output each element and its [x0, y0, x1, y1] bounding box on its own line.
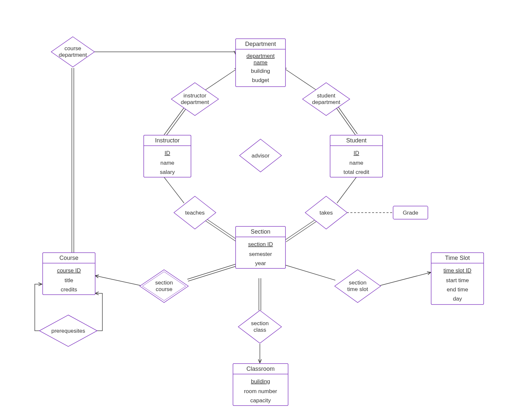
entity-course: Course course ID title credits: [43, 253, 95, 295]
edge-seccourse-course: [95, 276, 140, 285]
svg-text:Time Slot: Time Slot: [445, 255, 470, 261]
svg-text:building: building: [251, 378, 270, 385]
edge-takes-section-a: [285, 220, 315, 240]
relationship-instructor-department: instructor department: [171, 83, 219, 116]
svg-text:Instructor: Instructor: [155, 137, 179, 144]
edge-studept-student-a: [336, 108, 355, 135]
svg-text:department: department: [312, 99, 340, 105]
edge-teaches-instructor: [164, 177, 184, 203]
svg-text:budget: budget: [252, 77, 269, 83]
svg-text:section: section: [251, 320, 269, 326]
svg-text:course: course: [64, 45, 81, 52]
svg-text:Student: Student: [346, 137, 367, 144]
svg-text:title: title: [65, 277, 73, 284]
svg-text:name: name: [349, 160, 364, 166]
edge-studept-department: [283, 68, 317, 90]
svg-text:instructor: instructor: [183, 93, 206, 99]
svg-text:salary: salary: [160, 169, 175, 175]
edge-seccourse-section-b: [188, 266, 236, 281]
edge-instdept-instructor-b: [166, 109, 186, 136]
relationship-section-class: section class: [238, 310, 282, 343]
svg-text:semester: semester: [249, 251, 272, 257]
svg-text:total credit: total credit: [344, 169, 369, 175]
svg-text:department: department: [181, 99, 209, 105]
relationship-advisor: advisor: [240, 139, 282, 172]
svg-text:time slot ID: time slot ID: [443, 267, 471, 274]
svg-text:Classroom: Classroom: [246, 366, 275, 372]
svg-text:Grade: Grade: [403, 210, 418, 216]
edge-takes-section-b: [286, 221, 316, 242]
svg-text:building: building: [251, 68, 270, 74]
edge-instdept-instructor-a: [164, 108, 184, 135]
svg-text:section ID: section ID: [248, 241, 273, 247]
svg-text:year: year: [255, 260, 266, 266]
svg-text:ID: ID: [354, 150, 359, 156]
relationship-takes: takes: [305, 196, 347, 229]
svg-text:course ID: course ID: [57, 267, 81, 274]
edge-sectime-timeslot: [380, 272, 431, 285]
edge-takes-student: [337, 177, 356, 203]
edge-prereq-course-right: [85, 293, 102, 331]
svg-text:name: name: [254, 59, 268, 66]
svg-text:time slot: time slot: [347, 286, 368, 292]
er-diagram: course department instructor department …: [0, 0, 525, 420]
svg-text:takes: takes: [320, 210, 333, 216]
edge-teaches-section-a: [205, 220, 236, 241]
relationship-section-course: section course: [140, 270, 188, 303]
edge-instdept-department: [204, 68, 238, 91]
edge-coursedept-department: [91, 52, 236, 54]
svg-text:section: section: [349, 280, 367, 286]
svg-text:name: name: [160, 160, 175, 166]
svg-text:section: section: [155, 280, 173, 286]
svg-text:day: day: [453, 296, 462, 302]
svg-text:department: department: [59, 52, 87, 58]
relationship-course-department: course department: [51, 37, 94, 67]
relationship-teaches: teaches: [174, 196, 216, 229]
entity-grade: Grade: [393, 206, 428, 219]
edge-seccourse-section-a: [187, 264, 236, 279]
edge-teaches-section-b: [206, 219, 237, 240]
svg-text:Section: Section: [251, 228, 270, 235]
edge-studept-student-b: [338, 107, 357, 134]
svg-text:course: course: [156, 286, 172, 292]
svg-text:class: class: [254, 327, 266, 333]
entity-section: Section section ID semester year: [236, 226, 285, 268]
svg-text:Course: Course: [59, 255, 78, 261]
svg-text:prerequesites: prerequesites: [51, 328, 85, 334]
relationship-prerequisites: prerequesites: [39, 315, 97, 346]
svg-text:credits: credits: [61, 286, 77, 293]
relationship-section-time-slot: section time slot: [335, 270, 381, 303]
svg-text:start time: start time: [446, 277, 469, 284]
entity-student: Student ID name total credit: [330, 135, 383, 177]
svg-text:room number: room number: [244, 388, 277, 394]
entity-department-title: Department: [245, 41, 276, 47]
entity-classroom: Classroom building room number capacity: [233, 364, 288, 406]
svg-text:teaches: teaches: [185, 210, 205, 216]
entity-timeslot: Time Slot time slot ID start time end ti…: [431, 253, 484, 304]
svg-text:department: department: [246, 53, 275, 59]
entity-department: Department department name building budg…: [236, 39, 285, 87]
svg-text:ID: ID: [165, 150, 170, 156]
relationship-student-department: student department: [303, 83, 350, 116]
svg-text:advisor: advisor: [252, 153, 270, 159]
svg-text:end time: end time: [447, 286, 468, 293]
entity-instructor: Instructor ID name salary: [144, 135, 191, 177]
svg-text:student: student: [317, 93, 335, 99]
svg-text:capacity: capacity: [250, 397, 271, 404]
edge-sectime-section: [285, 265, 335, 280]
